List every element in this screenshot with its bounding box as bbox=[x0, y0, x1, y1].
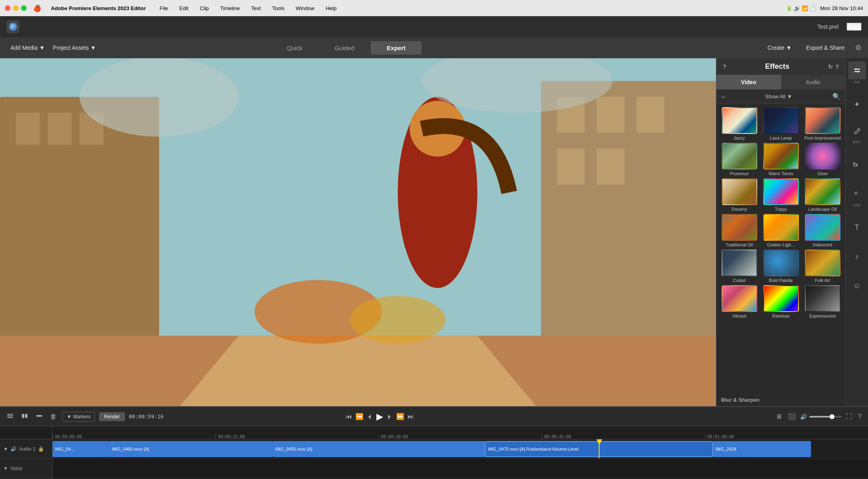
emoji-icon[interactable]: ☺ bbox=[848, 277, 866, 295]
effect-item-lava-lamp[interactable]: Lava Lamp bbox=[761, 107, 800, 140]
tab-quick[interactable]: Quick bbox=[271, 41, 319, 55]
svg-rect-35 bbox=[25, 414, 27, 418]
menu-text[interactable]: Text bbox=[249, 4, 263, 12]
show-all-button[interactable]: Show All ▼ bbox=[765, 93, 792, 100]
settings-icon[interactable]: ⚙ bbox=[855, 43, 862, 52]
apple-logo[interactable]: 🍎 bbox=[33, 4, 41, 12]
step-forward-button[interactable]: ⏩ bbox=[396, 413, 404, 420]
timeline-clip[interactable]: IMG_04... bbox=[53, 441, 110, 457]
ripple-icon[interactable] bbox=[34, 411, 44, 423]
effect-label: Cubist bbox=[733, 278, 746, 283]
tab-guided[interactable]: Guided bbox=[319, 41, 370, 55]
timeline-clip[interactable]: IMG_0460.mov [A] bbox=[110, 441, 272, 457]
effect-item-warm-tones[interactable]: Warm Tones bbox=[761, 143, 800, 176]
effect-item-provence[interactable]: Provence bbox=[720, 143, 759, 176]
collapse-icon[interactable]: ‹‹ bbox=[721, 93, 725, 100]
main-area: ? Effects ↻ ? Video Audio ‹‹ Show All ▼ … bbox=[0, 58, 868, 406]
effect-item-rainbow[interactable]: Rainbow bbox=[761, 285, 800, 318]
question-icon[interactable]: ? bbox=[835, 64, 839, 70]
effects-icon[interactable]: ✦ bbox=[848, 95, 866, 113]
effect-item-folk-art[interactable]: Folk Art bbox=[803, 250, 842, 283]
effect-label: Dreamy bbox=[731, 207, 747, 212]
add-icon[interactable]: + bbox=[848, 184, 866, 202]
close-button[interactable] bbox=[5, 5, 11, 11]
effect-item-bold-palette[interactable]: Bold Palette bbox=[761, 250, 800, 283]
fx-icon[interactable]: fx bbox=[848, 155, 866, 173]
render-button[interactable]: Render bbox=[99, 412, 125, 421]
save-button[interactable]: Save bbox=[847, 23, 862, 31]
search-icon[interactable]: 🔍 bbox=[832, 93, 841, 100]
effect-item-glow[interactable]: Glow bbox=[803, 143, 842, 176]
tab-expert[interactable]: Expert bbox=[371, 41, 422, 55]
effect-item-vibrant[interactable]: Vibrant bbox=[720, 285, 759, 318]
video-frame bbox=[0, 58, 716, 406]
track-lock-icon[interactable]: 🔒 bbox=[38, 446, 44, 452]
volume-slider[interactable] bbox=[809, 416, 842, 418]
help-icon[interactable]: ? bbox=[723, 64, 727, 70]
frame-back-button[interactable]: ⏴ bbox=[367, 413, 373, 420]
track-expand-icon[interactable]: ▼ bbox=[3, 446, 8, 452]
add-media-button[interactable]: Add Media ▼ bbox=[6, 42, 49, 53]
effects-title: Effects bbox=[727, 62, 828, 71]
effect-item-jazzy[interactable]: Jazzy bbox=[720, 107, 759, 140]
adjust-icon[interactable] bbox=[848, 61, 866, 79]
go-end-button[interactable]: ⏭ bbox=[408, 413, 414, 420]
effect-thumb bbox=[763, 214, 799, 241]
track-select-icon[interactable] bbox=[5, 411, 15, 423]
effects-grid: Jazzy Lava Lamp Post-Impressionist Prove… bbox=[716, 104, 845, 394]
create-button[interactable]: Create ▼ bbox=[763, 42, 796, 53]
export-share-button[interactable]: Export & Share bbox=[802, 42, 849, 53]
menu-help[interactable]: Help bbox=[323, 4, 339, 12]
effect-item-traditional-oil[interactable]: Traditional Oil bbox=[720, 214, 759, 247]
go-start-button[interactable]: ⏮ bbox=[346, 413, 352, 420]
timeline-clip[interactable]: IMG_0455.mov [A] bbox=[273, 441, 485, 457]
menu-timeline[interactable]: Timeline bbox=[218, 4, 243, 12]
refresh-icon[interactable]: ↻ bbox=[828, 64, 833, 70]
effect-thumb bbox=[805, 178, 841, 205]
track-controls-audio1: 🔒 bbox=[38, 446, 44, 452]
track-name-audio1: Audio 1 bbox=[19, 446, 36, 452]
effect-item-landscape-oil[interactable]: Landscape Oil bbox=[803, 178, 842, 212]
track-row-audio1[interactable]: IMG_04...IMG_0460.mov [A]IMG_0455.mov [A… bbox=[53, 439, 868, 459]
menu-window[interactable]: Window bbox=[293, 4, 317, 12]
effect-item-trippy[interactable]: Trippy bbox=[761, 178, 800, 212]
menu-edit[interactable]: Edit bbox=[177, 4, 191, 12]
music-icon[interactable]: ♪ bbox=[848, 248, 866, 265]
app-titlebar: P Test.prel Save bbox=[0, 16, 868, 37]
tab-video[interactable]: Video bbox=[716, 75, 781, 89]
help-icon[interactable]: ? bbox=[856, 411, 863, 422]
timeline-tracks-container: ▼ 🔊 Audio 1 🔒 ▼ Voice 00:00:00:0000:00:1… bbox=[0, 426, 868, 479]
ruler-tick-label: 00:00:15:00 bbox=[218, 434, 245, 439]
effect-item-post-impressionist[interactable]: Post-Impressionist bbox=[803, 107, 842, 140]
frame-forward-button[interactable]: ⏵ bbox=[386, 413, 393, 420]
track-mute-icon[interactable]: 🔊 bbox=[11, 446, 17, 452]
markers-button[interactable]: ▼ Markers bbox=[62, 412, 95, 422]
pip-icon[interactable]: ⬛ bbox=[786, 411, 798, 422]
timeline-clip[interactable]: IMG_2428 bbox=[713, 441, 811, 457]
menu-file[interactable]: File bbox=[157, 4, 171, 12]
effect-item-expressionist[interactable]: Expressionist bbox=[803, 285, 842, 318]
tab-audio[interactable]: Audio bbox=[781, 75, 846, 89]
monitor-icon[interactable]: 🖥 bbox=[774, 411, 784, 422]
project-assets-button[interactable]: Project Assets ▼ bbox=[49, 42, 100, 53]
delete-icon[interactable]: 🗑 bbox=[49, 411, 58, 422]
split-icon[interactable] bbox=[19, 411, 30, 423]
play-button[interactable]: ▶ bbox=[376, 411, 383, 422]
effect-item-dreamy[interactable]: Dreamy bbox=[720, 178, 759, 212]
step-back-button[interactable]: ⏪ bbox=[355, 413, 363, 420]
menu-clip[interactable]: Clip bbox=[197, 4, 211, 12]
maximize-button[interactable] bbox=[21, 5, 27, 11]
effect-item-golden-ligh...[interactable]: Golden Ligh... bbox=[761, 214, 800, 247]
file-name: Test.prel bbox=[817, 23, 838, 30]
menu-tools[interactable]: Tools bbox=[270, 4, 287, 12]
effect-label: Landscape Oil bbox=[808, 207, 836, 212]
effect-item-cubist[interactable]: Cubist bbox=[720, 250, 759, 283]
voice-expand-icon[interactable]: ▼ bbox=[3, 466, 8, 471]
fullscreen-icon[interactable]: ⛶ bbox=[844, 411, 854, 422]
text-icon[interactable]: T bbox=[848, 218, 866, 236]
ruler-tick-label: 00:00:00:00 bbox=[55, 434, 82, 439]
minimize-button[interactable] bbox=[13, 5, 19, 11]
effect-item-iridescent[interactable]: Iridescent bbox=[803, 214, 842, 247]
ruler-tick-line bbox=[705, 434, 705, 439]
edit-icon[interactable] bbox=[848, 121, 866, 139]
